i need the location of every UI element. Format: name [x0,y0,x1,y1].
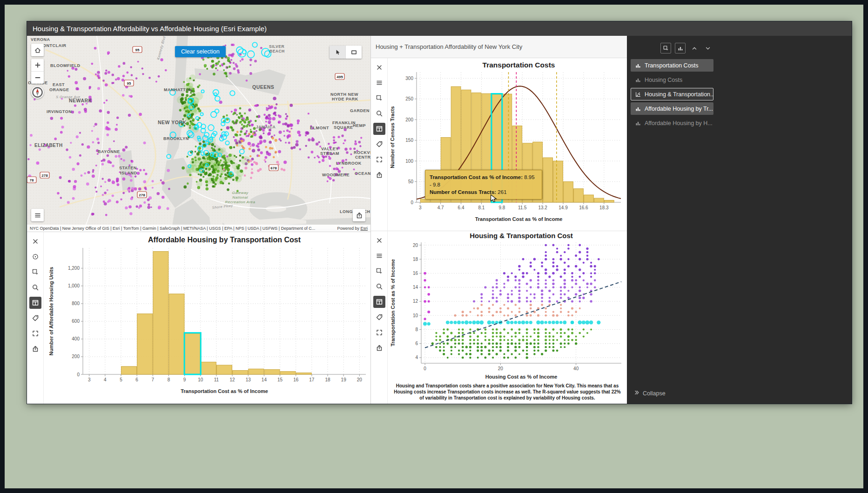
bar-chart-icon [635,77,641,83]
window-titlebar: Housing & Transportation Affordability v… [27,21,852,36]
expand-all-button[interactable] [703,43,713,53]
compass-icon [31,86,44,99]
svg-text:18: 18 [325,377,330,382]
svg-text:278: 278 [139,193,145,197]
tag-button[interactable] [373,311,385,323]
table-button[interactable] [373,296,385,308]
tag-icon [376,313,383,321]
circle-select-button[interactable] [29,251,41,263]
svg-text:13: 13 [246,377,251,382]
collapse-button[interactable]: Collapse [633,389,666,397]
scatter-caption: Housing and Transportation costs share a… [393,383,621,401]
svg-text:BLOOMFIELD: BLOOMFIELD [50,63,81,68]
map-select-tools [330,46,362,59]
search-button[interactable] [373,280,385,293]
export-button[interactable] [373,169,385,181]
home-button[interactable] [31,44,44,56]
y-axis-title: Transportation Cost as % of Income [390,259,396,346]
pointer-select-tool[interactable] [330,46,345,59]
compass[interactable] [31,86,44,99]
svg-text:278: 278 [41,173,48,178]
sidebar-item-transportation-costs[interactable]: Transportation Costs [631,59,713,72]
lasso-select-button[interactable] [373,265,385,277]
map-panel[interactable]: VERONAMONTCLAIRBLOOMFIELDORANGEEASTORANG… [27,36,370,232]
svg-text:8: 8 [415,327,418,332]
chart-options-button[interactable] [675,43,686,53]
affordable-housing-chart-panel: 3456789101112131415161718192002004006008… [27,232,370,404]
svg-text:12: 12 [413,299,418,304]
charts-column: Housing + Transportation Affordability o… [370,36,627,404]
search-icon [376,283,383,290]
list-icon [34,212,41,219]
sidebar-item-label: Affordable Housing by Tr... [645,106,713,112]
affordable-housing-chart[interactable]: 3456789101112131415161718192002004006008… [44,232,370,404]
expand-button[interactable] [29,327,41,340]
close-button[interactable] [373,61,385,73]
svg-text:18.3: 18.3 [599,205,609,210]
close-icon [376,237,383,244]
svg-text:800: 800 [72,301,80,306]
app-content: VERONAMONTCLAIRBLOOMFIELDORANGEEASTORANG… [27,36,852,404]
svg-text:3: 3 [88,377,91,382]
svg-text:SILVER: SILVER [269,44,284,49]
svg-text:1,200: 1,200 [68,266,80,271]
minus-icon [34,74,41,81]
svg-text:ORANGE: ORANGE [49,87,69,92]
transportation-costs-chart[interactable]: 34.76.48.19.811.513.214.916.618.30501001… [388,58,627,231]
svg-text:BROOKLYN: BROOKLYN [163,136,189,141]
table-button[interactable] [373,123,385,135]
y-axis-title: Number of Census Tracts [390,106,395,168]
expand-icon [376,156,383,163]
list-button[interactable] [373,250,385,262]
frame-cursor-icon [663,45,669,52]
svg-text:17: 17 [309,377,315,382]
sidebar-item-housing-costs[interactable]: Housing Costs [631,73,713,86]
svg-text:16.6: 16.6 [579,205,588,210]
close-button[interactable] [373,234,385,246]
rectangle-select-tool[interactable] [345,46,362,59]
search-button[interactable] [373,107,385,120]
powered-by-esri[interactable]: Powered by Esri [337,226,368,231]
export-button[interactable] [373,342,385,354]
sidebar-item-housing-transportation[interactable]: Housing & Transportation... [631,88,713,100]
expand-button[interactable] [373,153,385,166]
search-button[interactable] [29,281,41,293]
svg-text:CENTRE: CENTRE [355,155,370,160]
collapse-all-button[interactable] [689,43,699,53]
lasso-select-button[interactable] [29,266,41,278]
svg-text:5: 5 [120,377,122,382]
svg-text:ROCKVILLE: ROCKVILLE [354,150,370,155]
list-button[interactable] [373,77,385,89]
svg-text:8: 8 [168,377,170,382]
tag-button[interactable] [373,138,385,150]
zoom-out-button[interactable] [31,71,44,84]
table-button[interactable] [29,297,41,309]
map-attribution: NYC OpenData | New Jersey Office of GIS … [30,226,315,231]
map-canvas[interactable]: VERONAMONTCLAIRBLOOMFIELDORANGEEASTORANG… [27,36,370,232]
close-button[interactable] [29,235,41,247]
svg-text:VALLEY: VALLEY [321,147,339,151]
search-icon [32,284,39,291]
export-button[interactable] [29,343,41,355]
tag-button[interactable] [29,312,41,324]
svg-text:95: 95 [135,48,140,52]
svg-text:150: 150 [405,138,413,143]
sidebar-item-affordable-housing-by-tr[interactable]: Affordable Housing by Tr... [631,102,713,115]
svg-text:11: 11 [214,377,219,382]
svg-text:6: 6 [415,341,418,346]
lasso-select-button[interactable] [373,92,385,104]
clear-selection-button[interactable]: Clear selection [175,46,226,57]
svg-text:495: 495 [336,75,343,79]
home-icon [34,47,41,54]
map-export-button[interactable] [353,209,365,221]
legend-button[interactable] [31,209,44,221]
zoom-in-button[interactable] [31,59,44,71]
svg-text:1,000: 1,000 [68,283,80,288]
svg-text:STATEN: STATEN [119,166,137,170]
housing-transportation-scatter-chart[interactable]: 02040468101214161820Housing & Transporta… [388,231,627,381]
expand-button[interactable] [373,326,385,339]
sidebar-item-affordable-housing-by-h[interactable]: Affordable Housing by H... [631,117,713,129]
svg-text:OCEANSIDE: OCEANSIDE [355,171,370,176]
selection-tool-button[interactable] [660,43,671,53]
svg-text:ELMONT: ELMONT [310,126,329,130]
